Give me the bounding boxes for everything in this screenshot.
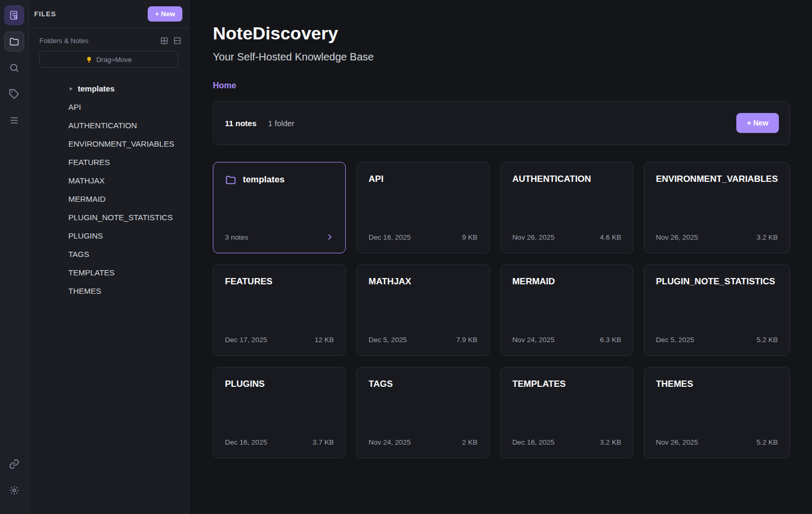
card-title: PLUGINS — [225, 379, 265, 389]
tree-item-label: MERMAID — [68, 194, 106, 203]
card-title: templates — [243, 174, 284, 185]
note-card-features[interactable]: FEATURES Dec 17, 2025 12 KB — [213, 264, 346, 356]
note-size: 6.3 KB — [600, 336, 621, 344]
note-size: 3.7 KB — [313, 438, 334, 446]
note-date: Dec 16, 2025 — [512, 438, 554, 446]
card-title: PLUGIN_NOTE_STATISTICS — [656, 276, 775, 287]
note-date: Dec 5, 2025 — [368, 336, 407, 344]
note-date: Nov 26, 2025 — [656, 233, 698, 241]
tree-item-label: MATHJAX — [68, 176, 105, 185]
page-subtitle: Your Self-Hosted Knowledge Base — [213, 51, 790, 63]
tree-item-label: THEMES — [68, 286, 101, 295]
note-card-mathjax[interactable]: MATHJAX Dec 5, 2025 7.9 KB — [356, 264, 489, 356]
split-view-icon[interactable] — [173, 37, 181, 45]
bulb-icon — [86, 56, 92, 63]
app-logo-icon[interactable] — [4, 5, 24, 25]
note-date: Nov 26, 2025 — [656, 438, 698, 446]
tree-item-label: FEATURES — [68, 158, 110, 167]
note-card-api[interactable]: API Dec 16, 2025 9 KB — [356, 162, 489, 253]
card-title: FEATURES — [225, 276, 272, 287]
sidebar: FILES + New Folders & Notes Drag=Move te… — [29, 0, 189, 514]
list-icon[interactable] — [4, 110, 24, 130]
folder-card-templates[interactable]: templates 3 notes — [213, 162, 346, 253]
tree-item-label: API — [68, 102, 81, 111]
note-card-plugins[interactable]: PLUGINS Dec 16, 2025 3.7 KB — [213, 367, 346, 458]
cards-grid: templates 3 notes API Dec 16, 2025 9 KB … — [213, 162, 790, 458]
folders-notes-section: Folders & Notes — [29, 28, 189, 48]
file-tree: templates API AUTHENTICATION ENVIRONMENT… — [29, 75, 189, 304]
note-card-authentication[interactable]: AUTHENTICATION Nov 26, 2025 4.6 KB — [500, 162, 633, 253]
folders-count: 1 folder — [268, 119, 294, 128]
tag-icon[interactable] — [4, 84, 24, 104]
settings-gear-icon[interactable] — [4, 480, 24, 500]
note-date: Dec 16, 2025 — [225, 438, 267, 446]
sidebar-title: FILES — [34, 10, 56, 18]
note-card-templates[interactable]: TEMPLATES Dec 16, 2025 3.2 KB — [500, 367, 633, 458]
tree-item-environment-variables[interactable]: ENVIRONMENT_VARIABLES — [29, 135, 189, 153]
tree-item-api[interactable]: API — [29, 98, 189, 116]
note-date: Dec 17, 2025 — [225, 336, 267, 344]
tree-item-plugin-note-statistics[interactable]: PLUGIN_NOTE_STATISTICS — [29, 208, 189, 227]
card-title: TAGS — [368, 379, 393, 389]
main-new-button[interactable]: + New — [736, 113, 779, 133]
note-size: 3.2 KB — [600, 438, 621, 446]
tree-item-templates[interactable]: templates — [29, 79, 189, 98]
card-title: THEMES — [656, 379, 693, 389]
note-card-mermaid[interactable]: MERMAID Nov 24, 2025 6.3 KB — [500, 264, 633, 356]
tree-item-authentication[interactable]: AUTHENTICATION — [29, 116, 189, 135]
breadcrumb-home[interactable]: Home — [213, 81, 236, 90]
tree-item-label: PLUGIN_NOTE_STATISTICS — [68, 213, 173, 222]
note-card-themes[interactable]: THEMES Nov 26, 2025 5.2 KB — [644, 367, 790, 458]
sidebar-new-button[interactable]: + New — [148, 6, 182, 22]
main-content: NoteDiscovery Your Self-Hosted Knowledge… — [189, 0, 812, 514]
note-size: 12 KB — [315, 336, 334, 344]
note-date: Dec 16, 2025 — [368, 233, 410, 241]
folders-nav-icon[interactable] — [4, 32, 24, 52]
tree-item-features[interactable]: FEATURES — [29, 153, 189, 171]
card-title: API — [368, 174, 383, 184]
folder-icon — [225, 174, 237, 186]
tree-item-plugins[interactable]: PLUGINS — [29, 227, 189, 245]
tree-item-templates-note[interactable]: TEMPLATES — [29, 263, 189, 282]
link-icon[interactable] — [4, 454, 24, 474]
tree-item-label: AUTHENTICATION — [68, 121, 137, 130]
note-date: Dec 5, 2025 — [656, 336, 694, 344]
card-title: MATHJAX — [368, 276, 411, 287]
note-size: 7.9 KB — [456, 336, 478, 344]
tree-item-label: templates — [68, 84, 115, 93]
note-date: Nov 24, 2025 — [512, 336, 554, 344]
stats-bar: 11 notes 1 folder + New — [213, 101, 790, 145]
tree-item-mathjax[interactable]: MATHJAX — [29, 171, 189, 190]
tree-item-mermaid[interactable]: MERMAID — [29, 190, 189, 208]
card-title: ENVIRONMENT_VARIABLES — [656, 174, 778, 184]
sidebar-header: FILES + New — [29, 0, 189, 28]
card-title: AUTHENTICATION — [512, 174, 591, 184]
note-size: 2 KB — [462, 438, 477, 446]
folder-note-count: 3 notes — [225, 233, 248, 241]
note-card-tags[interactable]: TAGS Nov 24, 2025 2 KB — [356, 367, 489, 458]
notes-count: 11 notes — [225, 119, 256, 128]
tree-item-label: TEMPLATES — [68, 268, 115, 277]
note-card-plugin-note-statistics[interactable]: PLUGIN_NOTE_STATISTICS Dec 5, 2025 5.2 K… — [644, 264, 790, 356]
tree-item-label: TAGS — [68, 250, 89, 259]
card-title: TEMPLATES — [512, 379, 566, 389]
tree-item-tags[interactable]: TAGS — [29, 245, 189, 263]
drag-move-label: Drag=Move — [96, 56, 132, 64]
caret-right-icon — [69, 86, 74, 91]
note-size: 5.2 KB — [756, 438, 778, 446]
note-date: Nov 26, 2025 — [512, 233, 554, 241]
tree-item-label: PLUGINS — [68, 231, 103, 240]
tree-item-label: ENVIRONMENT_VARIABLES — [68, 139, 174, 148]
icon-rail — [0, 0, 29, 514]
note-date: Nov 24, 2025 — [368, 438, 410, 446]
note-size: 3.2 KB — [756, 233, 778, 241]
note-card-environment-variables[interactable]: ENVIRONMENT_VARIABLES Nov 26, 2025 3.2 K… — [644, 162, 790, 253]
note-size: 9 KB — [462, 233, 477, 241]
grid-view-icon[interactable] — [160, 37, 168, 45]
search-icon[interactable] — [4, 58, 24, 78]
drag-move-hint: Drag=Move — [39, 51, 178, 68]
note-size: 5.2 KB — [756, 336, 778, 344]
card-title: MERMAID — [512, 276, 555, 287]
folders-notes-label: Folders & Notes — [39, 37, 88, 45]
tree-item-themes[interactable]: THEMES — [29, 282, 189, 300]
